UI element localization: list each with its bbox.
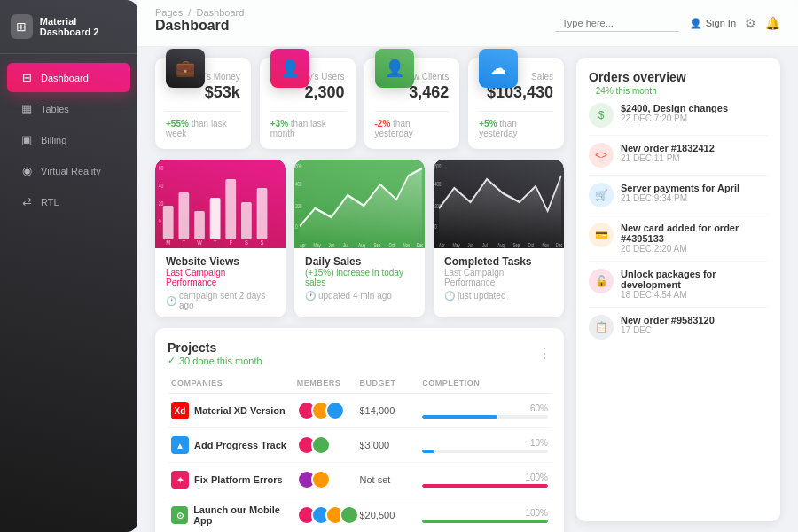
website-views-subtitle: Last Campaign Performance	[166, 268, 275, 287]
orders-card: Orders overview ↑ 24% this month $$2400,…	[576, 58, 780, 521]
progress-bar	[422, 484, 548, 488]
sidebar-item-label: RTL	[41, 197, 59, 207]
table-row: ✦Fix Platform ErrorsNot set100%	[168, 463, 552, 497]
daily-sales-subtitle: (+15%) increase in today sales	[305, 268, 414, 287]
breadcrumb-current: Dashboard	[196, 7, 244, 18]
svg-text:600: 600	[434, 163, 441, 169]
daily-sales-footer: Daily Sales (+15%) increase in today sal…	[294, 248, 425, 308]
chart-card-completed-tasks: Apr May Jun Jul Aug Sep Oct Nov Dec 600 …	[434, 160, 564, 317]
money-icon-box: 💼	[166, 49, 205, 88]
project-icon: ▲	[171, 436, 189, 454]
svg-text:Jun: Jun	[468, 242, 474, 248]
order-item: <>New order #183241221 DEC 11 PM	[589, 136, 768, 176]
projects-done: ✓ 30 done this month	[168, 355, 262, 366]
project-name-cell: ▲Add Progress Track	[171, 436, 297, 454]
svg-text:200: 200	[295, 203, 301, 209]
sidebar-item-tables[interactable]: ▦ Tables	[7, 94, 130, 123]
svg-marker-32	[439, 176, 561, 241]
breadcrumb-parent: Pages	[155, 7, 183, 18]
progress-fill	[422, 415, 497, 419]
svg-text:0: 0	[295, 223, 297, 230]
notification-icon[interactable]: 🔔	[765, 16, 780, 30]
svg-text:0: 0	[434, 223, 436, 230]
completed-tasks-footer: Completed Tasks Last Campaign Performanc…	[434, 248, 564, 308]
order-item: 🔓Unlock packages for development18 DEC 4…	[589, 262, 768, 308]
sidebar-item-vr[interactable]: ◉ Virtual Reality	[7, 156, 130, 185]
progress-bar	[422, 415, 548, 419]
completion-cell: 60%	[422, 403, 548, 419]
check-icon: ✓	[168, 355, 176, 366]
col-companies: COMPANIES	[171, 379, 297, 387]
stat-card-clients: 👤 New Clients 3,462 -2% than yesterday	[364, 58, 460, 149]
stat-card-money: 💼 Today's Money $53k +55% than lask week	[155, 58, 251, 149]
members-cell	[297, 505, 360, 525]
col-completion: COMPLETION	[422, 379, 548, 387]
budget-cell: Not set	[360, 474, 423, 485]
svg-text:M: M	[166, 239, 170, 246]
svg-text:60: 60	[159, 164, 164, 171]
projects-title: Projects	[168, 340, 262, 355]
table-row: ⊙Launch our Mobile App$20,500100%	[168, 497, 552, 532]
member-avatar	[311, 470, 331, 489]
completed-tasks-updated: 🕐 just updated	[444, 291, 553, 301]
person-icon: 👤	[690, 18, 702, 29]
project-name-cell: XdMaterial XD Version	[171, 402, 297, 419]
completion-cell: 100%	[422, 473, 548, 488]
more-options-button[interactable]: ⋮	[537, 345, 552, 362]
order-info: $2400, Design changes22 DEC 7:20 PM	[621, 103, 768, 123]
table-row: XdMaterial XD Version$14,00060%	[168, 394, 552, 428]
chart-card-daily-sales: Apr May Jun Jul Aug Sep Oct Nov Dec 600 …	[294, 160, 425, 317]
progress-fill	[422, 450, 434, 453]
order-info: New order #183241221 DEC 11 PM	[621, 143, 768, 163]
vr-icon: ◉	[20, 164, 34, 177]
members-cell	[297, 435, 360, 455]
search-input[interactable]	[555, 15, 679, 32]
order-date: 20 DEC 2:20 AM	[621, 244, 768, 254]
stat-card-users: 👤 Today's Users 2,300 +3% than lask mont…	[260, 58, 356, 149]
svg-text:400: 400	[434, 181, 441, 187]
table-row: ▲Add Progress Track$3,00010%	[168, 428, 552, 463]
svg-text:Oct: Oct	[528, 242, 535, 248]
clock-icon-3: 🕐	[444, 291, 455, 301]
svg-text:40: 40	[159, 182, 164, 189]
dashboard-icon: ⊞	[20, 71, 34, 84]
orders-title: Orders overview	[589, 70, 768, 84]
order-item: 🛒Server payments for April21 DEC 9:34 PM	[589, 176, 768, 215]
stat-change-clients: -2%	[375, 119, 391, 129]
sidebar-item-dashboard[interactable]: ⊞ Dashboard	[7, 63, 130, 92]
stat-footer-clients: -2% than yesterday	[375, 111, 450, 138]
completed-tasks-title: Completed Tasks	[444, 255, 553, 268]
budget-cell: $20,500	[360, 510, 423, 520]
members-cell	[297, 401, 360, 420]
svg-text:May: May	[452, 242, 459, 248]
clock-icon-2: 🕐	[305, 291, 316, 301]
order-info: Unlock packages for development18 DEC 4:…	[621, 269, 768, 300]
sidebar-item-label: Dashboard	[41, 73, 89, 83]
order-dot: <>	[589, 143, 614, 168]
budget-cell: $14,000	[360, 405, 423, 416]
sidebar-item-billing[interactable]: ▣ Billing	[7, 125, 130, 154]
sign-in-button[interactable]: 👤 Sign In	[690, 18, 736, 29]
sidebar-item-rtl[interactable]: ⇄ RTL	[7, 187, 130, 216]
sidebar-item-label: Virtual Reality	[41, 166, 101, 176]
line-chart-green-svg: Apr May Jun Jul Aug Sep Oct Nov Dec 600 …	[294, 160, 425, 248]
order-dot: 📋	[589, 315, 614, 340]
svg-marker-18	[300, 168, 422, 241]
tables-icon: ▦	[20, 102, 34, 115]
order-dot: 💳	[589, 223, 614, 247]
content-area: 💼 Today's Money $53k +55% than lask week…	[137, 47, 798, 532]
settings-icon[interactable]: ⚙	[745, 16, 756, 30]
svg-text:400: 400	[295, 181, 301, 187]
svg-text:Sep: Sep	[373, 242, 380, 248]
svg-text:Jul: Jul	[482, 242, 487, 248]
billing-icon: ▣	[20, 133, 34, 146]
stat-footer-money: +55% than lask week	[166, 111, 240, 138]
clients-icon-box: 👤	[375, 49, 414, 88]
svg-rect-1	[178, 192, 189, 239]
budget-cell: $3,000	[360, 440, 423, 450]
breadcrumb: Pages / Dashboard	[155, 7, 244, 18]
project-name-label: Material XD Version	[194, 405, 286, 416]
completed-tasks-subtitle: Last Campaign Performance	[444, 268, 553, 287]
topbar-actions: 👤 Sign In ⚙ 🔔	[690, 16, 780, 30]
svg-text:Jul: Jul	[343, 242, 348, 248]
